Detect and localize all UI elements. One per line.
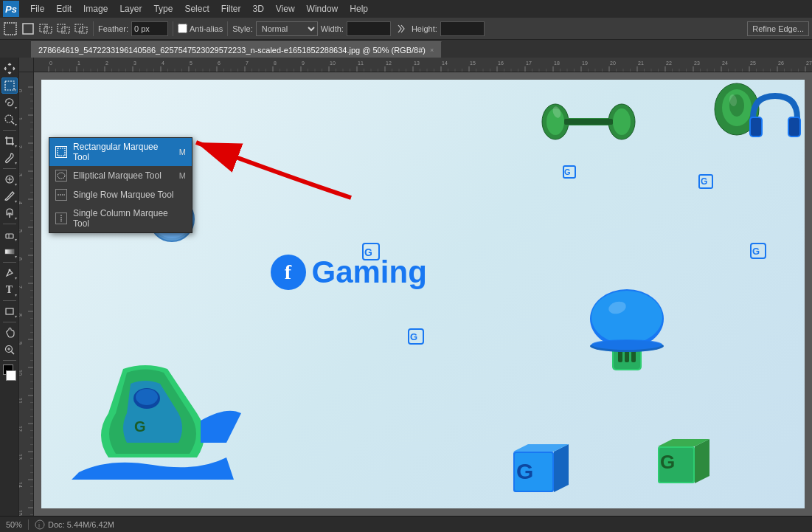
svg-text:26: 26 <box>778 61 784 66</box>
svg-rect-9 <box>80 27 87 33</box>
foreground-color[interactable] <box>1 365 18 381</box>
svg-text:15: 15 <box>470 61 476 66</box>
ctx-rectangular-marquee[interactable]: Rectangular Marquee Tool M <box>49 138 192 166</box>
ctx-single-col-marquee[interactable]: Single Column Marquee Tool <box>49 204 192 232</box>
brush-tool[interactable]: ▾ <box>1 188 18 204</box>
fb-gaming-logo: f Gaming <box>271 255 427 290</box>
svg-rect-285 <box>631 350 636 362</box>
svg-point-307 <box>35 520 44 529</box>
feather-input[interactable] <box>131 21 168 36</box>
svg-text:11: 11 <box>19 398 23 404</box>
status-sep-1 <box>28 519 29 530</box>
pen-tool[interactable]: ▾ <box>1 265 18 281</box>
menu-help[interactable]: Help <box>344 2 373 15</box>
blue-box-bottom: G <box>510 441 576 500</box>
refine-edge-button[interactable]: Refine Edge... <box>747 21 809 36</box>
clone-stamp-tool[interactable]: ▾ <box>1 205 18 221</box>
tool-icon-rect2 <box>21 21 35 36</box>
width-input[interactable] <box>347 21 391 36</box>
tool-sep-1 <box>3 130 16 131</box>
menu-view[interactable]: View <box>271 2 300 15</box>
style-select[interactable]: Normal Fixed Ratio Fixed Size <box>256 21 318 36</box>
tab-close-button[interactable]: × <box>430 46 434 54</box>
svg-text:8: 8 <box>19 314 23 317</box>
mushroom-object <box>586 286 667 374</box>
svg-text:15: 15 <box>19 510 23 516</box>
anti-alias-checkbox[interactable] <box>178 24 187 33</box>
gradient-tool[interactable]: ▾ <box>1 243 18 260</box>
ctx-icon-row <box>55 189 67 201</box>
anti-alias-label[interactable]: Anti-alias <box>178 24 223 33</box>
menu-window[interactable]: Window <box>302 2 344 15</box>
svg-text:G: G <box>516 459 533 483</box>
svg-rect-262 <box>789 118 799 136</box>
headphone-object <box>746 89 805 151</box>
ctx-single-row-marquee[interactable]: Single Row Marquee Tool <box>49 185 192 204</box>
ctx-rect-label: Rectangular Marquee Tool <box>73 142 173 162</box>
options-separator-2 <box>173 21 173 36</box>
svg-text:11: 11 <box>358 61 364 66</box>
lasso-tool[interactable]: ▾ <box>1 94 18 111</box>
dumbbell-object <box>541 89 636 155</box>
menu-file[interactable]: File <box>25 2 49 15</box>
tool-sep-5 <box>3 300 16 301</box>
svg-rect-17 <box>6 234 13 238</box>
marquee-tool[interactable]: ▾ <box>1 77 18 94</box>
svg-text:14: 14 <box>442 61 448 66</box>
svg-text:6: 6 <box>218 61 221 66</box>
shape-tool[interactable]: ▾ <box>1 303 18 319</box>
tool-icon-addsel: + <box>38 21 53 36</box>
menu-3d[interactable]: 3D <box>247 2 268 15</box>
svg-rect-8 <box>75 24 83 32</box>
quick-select-tool[interactable]: ▾ <box>1 111 18 128</box>
tool-sep-7 <box>3 360 16 361</box>
tool-sep-6 <box>3 322 16 322</box>
menu-type[interactable]: Type <box>148 2 178 15</box>
canvas-area: // Will be generated by JS below 0123456… <box>19 58 812 516</box>
svg-text:9: 9 <box>19 342 23 345</box>
svg-point-300 <box>136 389 158 405</box>
zoom-tool[interactable] <box>1 342 18 358</box>
svg-rect-10 <box>5 81 14 90</box>
active-tab[interactable]: 278664619_5472233196140586_6257547523029… <box>31 41 442 58</box>
svg-text:8: 8 <box>274 61 277 66</box>
svg-point-280 <box>591 291 662 344</box>
tool-sep-4 <box>3 262 16 263</box>
svg-point-303 <box>58 173 65 179</box>
ruler-horizontal: // Will be generated by JS below 0123456… <box>34 58 812 72</box>
ctx-elliptical-marquee[interactable]: Elliptical Marquee Tool M <box>49 166 192 185</box>
style-label: Style: <box>232 24 253 33</box>
green-box-right: G <box>654 435 713 487</box>
svg-text:1: 1 <box>19 117 23 120</box>
options-separator-1 <box>93 21 94 36</box>
menu-image[interactable]: Image <box>78 2 113 15</box>
hand-tool[interactable] <box>1 325 18 341</box>
svg-rect-19 <box>5 249 14 254</box>
crop-tool[interactable]: ▾ <box>1 133 18 149</box>
options-separator-3 <box>227 21 228 36</box>
gf-icon-2: G <box>563 165 576 182</box>
svg-line-23 <box>11 352 14 355</box>
svg-text:G: G <box>410 331 417 342</box>
options-bar: + - Feather: Anti-alias Style: Normal Fi… <box>0 18 812 40</box>
svg-point-252 <box>613 108 631 135</box>
svg-text:10: 10 <box>330 61 336 66</box>
eraser-tool[interactable]: ▾ <box>1 227 18 243</box>
ctx-col-label: Single Column Marquee Tool <box>73 208 180 229</box>
svg-text:7: 7 <box>246 61 249 66</box>
menu-edit[interactable]: Edit <box>51 2 77 15</box>
ctx-icon-ellipse <box>55 170 67 182</box>
svg-rect-253 <box>564 119 613 125</box>
height-input[interactable] <box>440 21 485 36</box>
healing-brush-tool[interactable]: ▾ <box>1 171 18 187</box>
menu-filter[interactable]: Filter <box>216 2 246 15</box>
move-tool[interactable] <box>1 61 18 77</box>
eyedropper-tool[interactable]: ▾ <box>1 150 18 166</box>
svg-text:3: 3 <box>133 61 136 66</box>
type-tool[interactable]: T ▾ <box>1 282 18 298</box>
menu-layer[interactable]: Layer <box>114 2 147 15</box>
svg-text:4: 4 <box>162 61 164 66</box>
menu-select[interactable]: Select <box>179 2 214 15</box>
height-label: Height: <box>412 24 437 33</box>
tab-bar: 278664619_5472233196140586_6257547523029… <box>0 40 812 58</box>
